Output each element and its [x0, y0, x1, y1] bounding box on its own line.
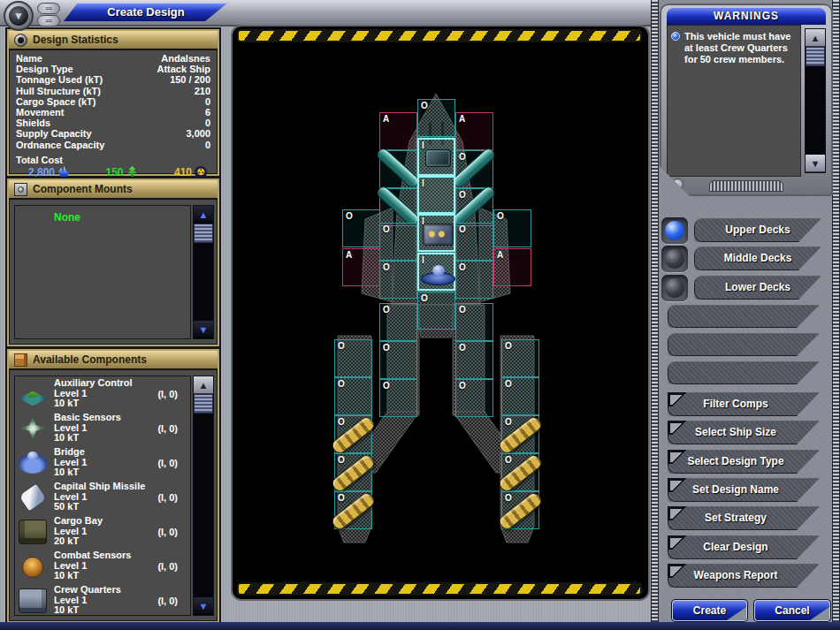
warnings-scroll-down-icon[interactable]: ▼	[806, 155, 825, 172]
deck-cell-O[interactable]: O	[501, 491, 539, 529]
deck-cell-O[interactable]: O	[501, 415, 539, 453]
deck-cell-O[interactable]: O	[455, 223, 493, 261]
deck-radio-middle-decks[interactable]	[661, 246, 688, 272]
deck-button-upper-decks[interactable]: Upper Decks	[694, 218, 821, 242]
deck-cell-O[interactable]: O	[334, 377, 372, 415]
deck-cell-I[interactable]: I	[417, 138, 455, 176]
deck-cell-A[interactable]: A	[342, 248, 380, 286]
set-design-name-button[interactable]: Set Design Name	[668, 478, 820, 502]
cell-letter: O	[421, 101, 428, 110]
deck-cell-O[interactable]: O	[334, 415, 372, 453]
deck-cell-A[interactable]: A	[493, 248, 531, 286]
component-list-item[interactable]: Cargo BayLevel 120 kT(I, 0)	[15, 514, 190, 549]
component-list-item[interactable]: Auxiliary ControlLevel 110 kT(I, 0)	[15, 376, 190, 411]
deck-cell-I[interactable]: I	[417, 214, 455, 252]
window-menu-button[interactable]: ▼	[4, 1, 34, 31]
stat-value: 210	[195, 86, 210, 96]
mounts-scroll-up-icon[interactable]: ▲	[194, 206, 213, 224]
deck-cell-I[interactable]: I	[417, 176, 455, 214]
cell-letter: O	[459, 152, 466, 162]
stat-label: Hull Structure (kT)	[16, 86, 101, 96]
design-statistics-body: NameAndalsnesDesign TypeAttack ShipTonna…	[9, 50, 218, 178]
set-strategy-button[interactable]: Set Strategy	[668, 506, 820, 530]
deck-cell-A[interactable]: A	[379, 112, 417, 150]
window-control-top-button[interactable]: ≈≈	[37, 3, 60, 14]
deck-cell-O[interactable]: O	[501, 377, 539, 415]
blank-button-2[interactable]	[668, 333, 820, 356]
select-ship-size-button[interactable]: Select Ship Size	[668, 421, 820, 444]
components-scroll-thumb[interactable]	[194, 394, 213, 414]
deck-cell-O[interactable]: O	[379, 341, 417, 379]
blank-button-3[interactable]	[668, 361, 820, 384]
select-design-type-button[interactable]: Select Design Type	[668, 450, 820, 474]
cost-value: 2,800	[28, 166, 55, 178]
deck-cell-O[interactable]: O	[379, 261, 417, 299]
create-button[interactable]: Create	[672, 600, 747, 621]
deck-cell-O[interactable]: O	[455, 303, 493, 341]
cell-letter: O	[459, 190, 466, 200]
mounts-scrollbar[interactable]: ▲ ▼	[193, 205, 214, 339]
deck-cell-O[interactable]: O	[334, 453, 372, 491]
deck-cell-O[interactable]: O	[334, 339, 372, 377]
component-list-item[interactable]: Basic SensorsLevel 110 kT(I, 0)	[15, 411, 190, 445]
deck-cell-O[interactable]: O	[342, 209, 380, 247]
warnings-scroll-thumb[interactable]	[806, 47, 825, 66]
stat-row: Shields0	[16, 118, 210, 128]
deck-cell-O[interactable]: O	[379, 379, 417, 417]
crew-quarters-icon	[19, 588, 47, 613]
deck-cell-O[interactable]: O	[455, 379, 493, 417]
deck-cell-O[interactable]: O	[379, 303, 417, 341]
deck-cell-O[interactable]: O	[501, 453, 539, 491]
deck-cell-O[interactable]: O	[334, 491, 372, 529]
component-list-item[interactable]: Capital Ship MissileLevel 150 kT(I, 0)	[15, 480, 190, 514]
deck-radio-upper-decks[interactable]	[661, 217, 688, 244]
component-list-item[interactable]: Crew QuartersLevel 110 kT(I, 0)	[15, 583, 190, 618]
stat-value: Attack Ship	[157, 64, 210, 74]
deck-cell-O[interactable]: O	[417, 99, 455, 137]
window-control-bottom-button[interactable]: ≈≈	[37, 15, 60, 27]
component-list-item[interactable]: Combat SensorsLevel 110 kT(I, 0)	[15, 549, 190, 583]
blank-button-1[interactable]	[668, 305, 820, 328]
stat-label: Design Type	[16, 64, 73, 74]
cell-letter: O	[383, 381, 390, 391]
deck-cell-A[interactable]: A	[455, 112, 493, 150]
deck-cell-O[interactable]: O	[379, 223, 417, 261]
mounts-scroll-thumb[interactable]	[194, 224, 213, 243]
weapons-report-button[interactable]: Weapons Report	[668, 564, 820, 588]
components-scroll-up-icon[interactable]: ▲	[194, 376, 213, 394]
component-mounts-list[interactable]: None	[14, 205, 191, 339]
deck-cell-O[interactable]: O	[417, 292, 455, 330]
clear-design-button[interactable]: Clear Design	[668, 535, 820, 559]
deck-cell-O[interactable]: O	[493, 209, 531, 247]
warnings-title: WARNINGS	[667, 8, 826, 25]
mounts-scroll-down-icon[interactable]: ▼	[194, 321, 213, 338]
deck-cell-O[interactable]: O	[455, 341, 493, 379]
right-sidebar: WARNINGS This vehicle must have at least…	[651, 0, 840, 622]
deck-cell-O[interactable]: O	[455, 150, 493, 188]
deck-cell-O[interactable]: O	[379, 150, 417, 188]
components-scrollbar[interactable]: ▲ ▼	[193, 376, 214, 616]
deck-cell-O[interactable]: O	[455, 261, 493, 299]
deck-cell-O[interactable]: O	[501, 339, 539, 377]
ship-design-viewport[interactable]: OAAIOOIOOOOIOOAAIOOOOOOOOOOOOOOOOOOO	[233, 27, 648, 599]
engine-component	[497, 414, 545, 456]
deck-cell-O[interactable]: O	[455, 188, 493, 226]
cell-letter: O	[383, 224, 390, 234]
grill-decoration	[709, 180, 783, 192]
warnings-scrollbar[interactable]: ▲ ▼	[805, 28, 826, 173]
warnings-scroll-up-icon[interactable]: ▲	[806, 29, 825, 47]
total-cost-item: 150	[105, 166, 138, 178]
deck-button-middle-decks[interactable]: Middle Decks	[694, 247, 821, 270]
deck-cell-O[interactable]: O	[379, 188, 417, 226]
mounts-icon	[14, 183, 27, 196]
component-list-item[interactable]: BridgeLevel 110 kT(I, 0)	[15, 445, 190, 480]
filter-comps-button[interactable]: Filter Comps	[668, 392, 820, 416]
component-mounts-header: Component Mounts	[9, 180, 218, 200]
deck-cell-I[interactable]: I	[417, 253, 455, 291]
deck-radio-lower-decks[interactable]	[661, 275, 688, 301]
components-scroll-down-icon[interactable]: ▼	[194, 597, 213, 615]
deck-button-lower-decks[interactable]: Lower Decks	[694, 276, 821, 300]
available-components-title: Available Components	[33, 353, 147, 366]
cannon-left-component	[375, 146, 421, 189]
cancel-button[interactable]: Cancel	[754, 600, 830, 621]
